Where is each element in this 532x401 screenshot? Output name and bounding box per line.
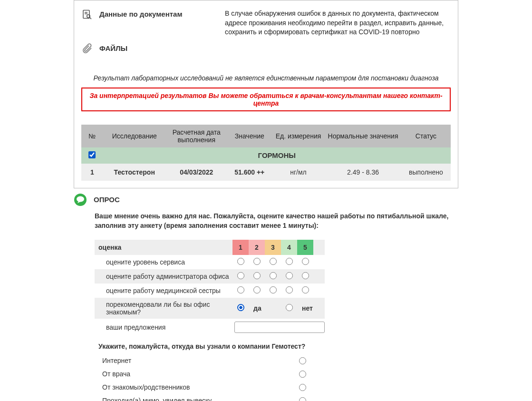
score-5-header: 5 bbox=[297, 240, 313, 255]
survey-section: ОПРОС Ваше мнение очень важно для нас. П… bbox=[74, 193, 458, 401]
source-radio-2[interactable] bbox=[299, 384, 306, 391]
q2-label: оцените работу администратора офиса bbox=[95, 269, 232, 284]
recommend-no-label: нет bbox=[297, 304, 313, 312]
source-label-1: От врача bbox=[102, 370, 299, 378]
cell-num: 1 bbox=[81, 164, 103, 181]
source-row: Интернет bbox=[95, 354, 458, 367]
category-checkbox[interactable] bbox=[88, 151, 96, 158]
cell-date: 04/03/2022 bbox=[166, 164, 227, 181]
q1-score-5[interactable] bbox=[302, 258, 309, 265]
cell-unit: нг/мл bbox=[272, 164, 325, 181]
source-radio-3[interactable] bbox=[299, 397, 306, 401]
documents-title: Данные по документам bbox=[99, 9, 218, 18]
source-radio-0[interactable] bbox=[299, 357, 306, 364]
q1-score-4[interactable] bbox=[286, 258, 293, 265]
documents-row: Данные по документам В случае обнаружени… bbox=[81, 5, 451, 41]
survey-title: ОПРОС bbox=[94, 196, 120, 204]
score-4-header: 4 bbox=[281, 240, 297, 255]
document-card: Данные по документам В случае обнаружени… bbox=[74, 0, 458, 188]
files-title: ФАЙЛЫ bbox=[99, 44, 127, 52]
recommend-yes-label: да bbox=[249, 304, 281, 312]
source-row: От врача bbox=[95, 367, 458, 381]
rating-table: оценка 1 2 3 4 5 оцените уровень сервиса… bbox=[95, 240, 325, 336]
q2-score-2[interactable] bbox=[253, 272, 261, 279]
q1-label: оцените уровень сервиса bbox=[95, 255, 232, 269]
source-label-3: Проходил(а) мимо, увидел вывеску bbox=[102, 397, 299, 401]
col-unit: Ед. измерения bbox=[272, 125, 325, 147]
paperclip-icon bbox=[81, 43, 93, 54]
col-status: Статус bbox=[401, 125, 451, 147]
results-table: № Исследование Расчетная дата выполнения… bbox=[81, 125, 451, 181]
interpretation-text: За интерпретацией результатов Вы можете … bbox=[89, 92, 442, 107]
cell-norm: 2.49 - 8.36 bbox=[325, 164, 401, 181]
recommend-label: порекомендовали ли бы вы офис знакомым? bbox=[95, 298, 232, 319]
table-category-row: ГОРМОНЫ bbox=[81, 147, 451, 164]
col-norm: Нормальные значения bbox=[325, 125, 401, 147]
q1-score-3[interactable] bbox=[270, 258, 277, 265]
score-header-label: оценка bbox=[95, 240, 232, 255]
cell-status: выполнено bbox=[401, 164, 451, 181]
lab-note: Результат лабораторных исследований не я… bbox=[81, 74, 451, 82]
files-row: ФАЙЛЫ bbox=[81, 41, 451, 60]
col-num: № bbox=[81, 125, 103, 147]
col-study: Исследование bbox=[103, 125, 166, 147]
svg-point-6 bbox=[77, 196, 84, 202]
col-date: Расчетная дата выполнения bbox=[166, 125, 227, 147]
source-radio-1[interactable] bbox=[299, 371, 306, 378]
q3-score-3[interactable] bbox=[270, 286, 277, 293]
cell-study: Тестостерон bbox=[103, 164, 166, 181]
interpretation-box: За интерпретацией результатов Вы можете … bbox=[81, 88, 451, 111]
q1-score-1[interactable] bbox=[237, 258, 244, 265]
source-row: Проходил(а) мимо, увидел вывеску bbox=[95, 394, 458, 401]
q2-score-5[interactable] bbox=[302, 272, 309, 279]
suggestions-label: ваши предложения bbox=[95, 319, 232, 336]
survey-intro: Ваше мнение очень важно для нас. Пожалуй… bbox=[95, 211, 456, 231]
document-search-icon bbox=[81, 9, 93, 20]
documents-description: В случае обнаружения ошибок в данных по … bbox=[225, 9, 451, 37]
suggestions-input[interactable] bbox=[234, 322, 325, 333]
q2-score-4[interactable] bbox=[286, 272, 293, 279]
cell-value: 51.600 ++ bbox=[227, 164, 272, 181]
q3-score-5[interactable] bbox=[302, 286, 309, 293]
q3-score-2[interactable] bbox=[253, 286, 261, 293]
q3-score-1[interactable] bbox=[237, 286, 244, 293]
q1-score-2[interactable] bbox=[253, 258, 261, 265]
source-label-0: Интернет bbox=[102, 357, 299, 364]
chat-icon bbox=[74, 193, 87, 206]
recommend-yes-radio[interactable] bbox=[237, 304, 244, 311]
q3-score-4[interactable] bbox=[286, 286, 293, 293]
source-header: Укажите, пожалуйста, откуда вы узнали о … bbox=[95, 342, 458, 350]
svg-rect-0 bbox=[83, 10, 89, 19]
recommend-no-radio[interactable] bbox=[286, 304, 293, 311]
q3-label: оцените работу медицинской сестры bbox=[95, 284, 232, 298]
score-2-header: 2 bbox=[249, 240, 265, 255]
table-row: 1 Тестостерон 04/03/2022 51.600 ++ нг/мл… bbox=[81, 164, 451, 181]
source-label-2: От знакомых/родственников bbox=[102, 383, 299, 391]
svg-line-2 bbox=[89, 17, 91, 19]
col-value: Значение bbox=[227, 125, 272, 147]
category-name: ГОРМОНЫ bbox=[103, 147, 451, 164]
score-1-header: 1 bbox=[232, 240, 249, 255]
q2-score-1[interactable] bbox=[237, 272, 244, 279]
score-3-header: 3 bbox=[265, 240, 281, 255]
source-row: От знакомых/родственников bbox=[95, 381, 458, 394]
q2-score-3[interactable] bbox=[270, 272, 277, 279]
